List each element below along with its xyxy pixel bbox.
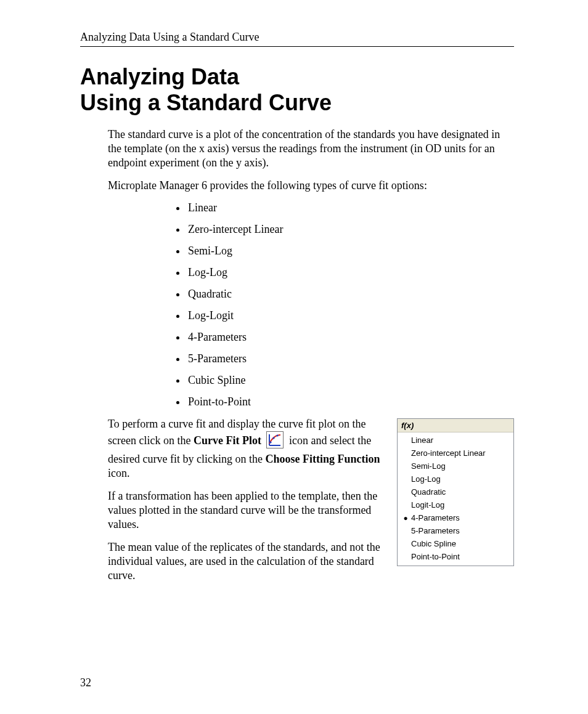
menu-item-label: Log-Log xyxy=(410,474,441,484)
list-item: 4-Parameters xyxy=(187,331,514,344)
menu-item-quadratic[interactable]: Quadratic xyxy=(398,485,513,498)
svg-point-5 xyxy=(277,434,279,436)
menu-item-cubic-spline[interactable]: Cubic Spline xyxy=(398,537,513,550)
fitting-function-menu[interactable]: f(x) Linear Zero-intercept Linear Semi-L… xyxy=(397,418,514,566)
list-item: Log-Log xyxy=(187,266,514,279)
choose-fitting-function-label: Choose Fitting Function xyxy=(265,453,380,465)
title-line-1: Analyzing Data xyxy=(80,64,239,89)
selected-bullet-icon: ● xyxy=(401,514,410,522)
menu-title: f(x) xyxy=(398,419,513,432)
menu-item-label: 4-Parameters xyxy=(410,513,460,522)
menu-item-semi-log[interactable]: Semi-Log xyxy=(398,460,513,473)
list-item: Log-Logit xyxy=(187,309,514,322)
page-title: Analyzing Data Using a Standard Curve xyxy=(80,64,514,116)
menu-item-zero-intercept[interactable]: Zero-intercept Linear xyxy=(398,447,513,460)
running-head: Analyzing Data Using a Standard Curve xyxy=(80,31,514,47)
list-item: Zero-intercept Linear xyxy=(187,223,514,236)
fit-options-list: Linear Zero-intercept Linear Semi-Log Lo… xyxy=(108,201,514,408)
menu-item-4-parameters[interactable]: ●4-Parameters xyxy=(398,511,513,524)
menu-item-label: 5-Parameters xyxy=(410,526,460,535)
intro-paragraph: The standard curve is a plot of the conc… xyxy=(108,128,514,170)
menu-item-point-to-point[interactable]: Point-to-Point xyxy=(398,550,513,563)
svg-point-3 xyxy=(270,441,272,443)
list-item: Quadratic xyxy=(187,288,514,301)
list-item: Linear xyxy=(187,201,514,214)
menu-item-5-parameters[interactable]: 5-Parameters xyxy=(398,524,513,537)
menu-item-log-log[interactable]: Log-Log xyxy=(398,473,513,485)
menu-item-label: Point-to-Point xyxy=(410,552,460,561)
title-line-2: Using a Standard Curve xyxy=(80,90,332,115)
curve-fit-plot-icon xyxy=(266,431,284,452)
menu-items: Linear Zero-intercept Linear Semi-Log Lo… xyxy=(398,432,513,566)
menu-item-label: Logit-Log xyxy=(410,500,444,509)
list-item: 5-Parameters xyxy=(187,352,514,365)
transform-paragraph: If a transformation has been applied to … xyxy=(108,489,385,532)
page-number: 32 xyxy=(80,676,91,689)
menu-item-label: Semi-Log xyxy=(410,461,446,471)
menu-item-label: Cubic Spline xyxy=(410,539,456,548)
list-item: Cubic Spline xyxy=(187,374,514,387)
svg-point-4 xyxy=(273,437,275,439)
menu-item-label: Linear xyxy=(410,436,433,445)
menu-item-logit-log[interactable]: Logit-Log xyxy=(398,498,513,511)
menu-item-label: Quadratic xyxy=(410,487,446,497)
menu-item-label: Zero-intercept Linear xyxy=(410,448,486,458)
list-item: Semi-Log xyxy=(187,245,514,258)
menu-item-linear[interactable]: Linear xyxy=(398,434,513,447)
list-item: Point-to-Point xyxy=(187,396,514,408)
perform-text-e: icon. xyxy=(108,467,130,479)
perform-paragraph: To perform a curve fit and display the c… xyxy=(108,417,385,481)
curve-fit-plot-label: Curve Fit Plot xyxy=(194,434,261,447)
provides-paragraph: Microplate Manager 6 provides the follow… xyxy=(108,179,514,193)
mean-paragraph: The mean value of the replicates of the … xyxy=(108,540,385,583)
